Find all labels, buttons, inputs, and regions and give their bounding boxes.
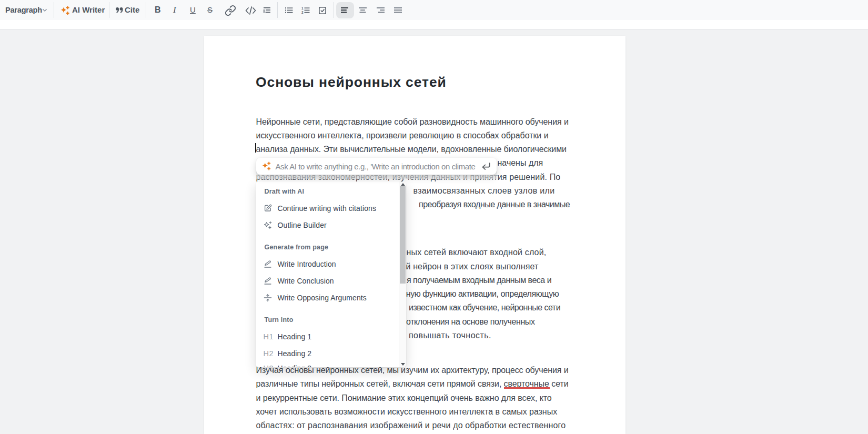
svg-text:1: 1 bbox=[301, 7, 304, 10]
svg-text:2: 2 bbox=[301, 11, 304, 14]
